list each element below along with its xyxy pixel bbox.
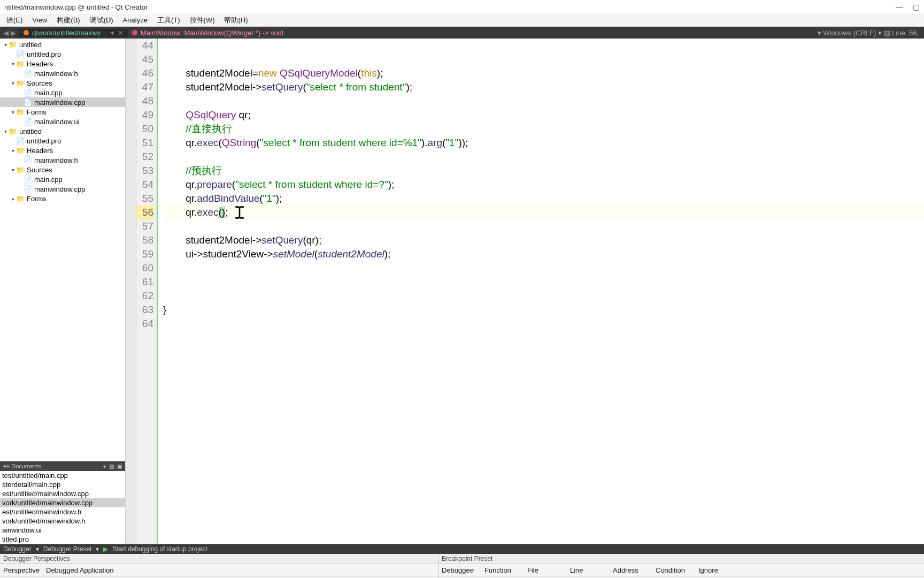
- tree-item[interactable]: ▸📁Forms: [0, 194, 125, 203]
- code-line[interactable]: [163, 39, 924, 52]
- perspectives-header: Debugger Perspectives: [0, 554, 438, 564]
- split-icon[interactable]: ▥: [884, 29, 890, 37]
- code-line[interactable]: qr.addBindValue("1");: [163, 192, 924, 206]
- chevron-icon[interactable]: ▾: [2, 42, 9, 48]
- dropdown-icon[interactable]: ▾: [818, 29, 821, 37]
- editor-file-tab[interactable]: qtwork/untitled/mainwi… ▾ ✕: [19, 29, 128, 37]
- open-doc-item[interactable]: est/untitled/mainwindow.cpp: [0, 489, 125, 498]
- tree-item[interactable]: ▾📁Headers: [0, 146, 125, 155]
- dropdown-icon[interactable]: ▾: [878, 29, 882, 37]
- dropdown-icon[interactable]: ▾: [111, 29, 114, 37]
- code-line[interactable]: //直接执行: [163, 122, 924, 136]
- code-editor[interactable]: student2Model=new QSqlQueryModel(this); …: [158, 39, 924, 544]
- code-line[interactable]: }: [163, 303, 924, 317]
- menu-item[interactable]: 构建(B): [52, 14, 84, 26]
- chevron-icon[interactable]: ▾: [2, 128, 9, 134]
- chevron-icon[interactable]: ▾: [10, 80, 16, 86]
- project-sidebar: ▾📁untitled📄untitled.pro▾📁Headers📄mainwin…: [0, 39, 126, 544]
- tree-item[interactable]: 📄main.cpp: [0, 174, 125, 184]
- code-line[interactable]: [163, 275, 924, 289]
- code-line[interactable]: [163, 150, 924, 164]
- menu-item[interactable]: Analyze: [119, 15, 152, 25]
- code-line[interactable]: qr.prepare("select * from student where …: [163, 178, 924, 192]
- code-line[interactable]: [163, 289, 924, 303]
- tree-item[interactable]: ▾📁untitled: [0, 40, 125, 49]
- tree-item[interactable]: 📄untitled.pro: [0, 49, 125, 59]
- file-icon: 📁: [16, 147, 25, 155]
- menu-item[interactable]: 辑(E): [2, 14, 27, 26]
- chevron-icon[interactable]: ▸: [10, 196, 16, 202]
- close-tab-icon[interactable]: ✕: [118, 29, 124, 37]
- code-line[interactable]: //预执行: [163, 164, 924, 178]
- code-line[interactable]: student2Model->setQuery("select * from s…: [163, 80, 924, 94]
- menu-item[interactable]: 工具(T): [153, 14, 184, 26]
- code-line[interactable]: [163, 219, 924, 233]
- breakpoint-header: Breakpoint Preset: [438, 554, 924, 564]
- code-line[interactable]: [163, 94, 924, 108]
- tree-item-label: main.cpp: [34, 176, 63, 184]
- dropdown-icon[interactable]: ▾: [96, 545, 99, 553]
- open-doc-item[interactable]: ainwindow.ui: [0, 526, 125, 535]
- nav-back-icon[interactable]: ◀: [3, 29, 9, 37]
- tree-item[interactable]: 📄mainwindow.h: [0, 155, 125, 165]
- nav-fwd-icon[interactable]: ▶: [11, 29, 16, 37]
- open-doc-item[interactable]: test/untitled/main.cpp: [0, 471, 125, 480]
- open-doc-item[interactable]: vork/untitled/mainwindow.cpp: [0, 498, 125, 507]
- tree-item-label: main.cpp: [34, 89, 63, 97]
- tree-item[interactable]: ▾📁untitled: [0, 126, 125, 136]
- debugger-preset[interactable]: Debugger Preset: [43, 545, 92, 553]
- menu-item[interactable]: 控件(W): [186, 14, 219, 26]
- tree-item[interactable]: 📄main.cpp: [0, 88, 125, 97]
- chevron-icon[interactable]: ▾: [10, 109, 16, 115]
- chevron-icon[interactable]: ▾: [10, 148, 16, 154]
- minimize-icon[interactable]: —: [896, 3, 903, 11]
- open-doc-item[interactable]: est/untitled/mainwindow.h: [0, 507, 125, 516]
- encoding-label[interactable]: Windows (CRLF): [823, 29, 876, 37]
- code-line[interactable]: QSqlQuery qr;: [163, 108, 924, 122]
- code-line[interactable]: student2Model->setQuery(qr);: [163, 233, 924, 247]
- tree-item-label: untitled.pro: [27, 50, 61, 58]
- chevron-icon[interactable]: ▾: [10, 167, 16, 173]
- file-icon: 📁: [16, 195, 25, 203]
- chevron-icon[interactable]: ▾: [10, 61, 16, 67]
- code-line[interactable]: [163, 52, 924, 66]
- split-icon[interactable]: ▥: [109, 463, 114, 469]
- debugger-label[interactable]: Debugger: [3, 545, 32, 553]
- menu-item[interactable]: 调试(D): [86, 14, 118, 26]
- tree-item[interactable]: ▾📁Forms: [0, 107, 125, 117]
- tree-item[interactable]: 📄mainwindow.ui: [0, 117, 125, 126]
- tree-item[interactable]: ▾📁Sources: [0, 165, 125, 174]
- code-line[interactable]: qr.exec(QString("select * from student w…: [163, 136, 924, 150]
- project-tree[interactable]: ▾📁untitled📄untitled.pro▾📁Headers📄mainwin…: [0, 39, 125, 461]
- dropdown-icon[interactable]: ▾: [103, 463, 106, 469]
- start-debugging-label[interactable]: Start debugging of startup project: [112, 545, 207, 553]
- open-doc-item[interactable]: sterdetail/main.cpp: [0, 480, 125, 489]
- code-line[interactable]: [163, 261, 924, 275]
- open-doc-item[interactable]: titled.pro: [0, 535, 125, 544]
- open-documents-list[interactable]: test/untitled/main.cppsterdetail/main.cp…: [0, 471, 125, 544]
- line-numbers: 4445464748495051525354555657585960616263…: [136, 39, 158, 544]
- tree-item[interactable]: ▾📁Headers: [0, 59, 125, 69]
- close-icon[interactable]: ▣: [117, 463, 122, 469]
- menubar: 辑(E)View构建(B)调试(D)Analyze工具(T)控件(W)帮助(H): [0, 14, 924, 27]
- breakpoint-col: Line: [570, 566, 613, 574]
- play-icon[interactable]: ▶: [103, 545, 108, 553]
- tree-item[interactable]: ▾📁Sources: [0, 78, 125, 88]
- tree-item[interactable]: 📄mainwindow.cpp: [0, 97, 125, 107]
- tree-item[interactable]: 📄mainwindow.cpp: [0, 184, 125, 194]
- linecol-label[interactable]: Line: 56,: [892, 29, 919, 37]
- code-line[interactable]: qr.exec();: [163, 206, 924, 219]
- maximize-icon[interactable]: ▢: [913, 3, 920, 11]
- symbol-selector[interactable]: MainWindow::MainWindow(QWidget *) -> voi…: [128, 29, 288, 37]
- dropdown-icon[interactable]: ▾: [36, 545, 39, 553]
- open-doc-item[interactable]: vork/untitled/mainwindow.h: [0, 516, 125, 526]
- menu-item[interactable]: View: [28, 15, 51, 25]
- code-line[interactable]: [163, 317, 924, 331]
- code-line[interactable]: ui->student2View->setModel(student2Model…: [163, 247, 924, 261]
- tree-item[interactable]: 📄untitled.pro: [0, 136, 125, 146]
- file-icon: 📄: [16, 50, 25, 58]
- tree-item[interactable]: 📄mainwindow.h: [0, 69, 125, 78]
- menu-item[interactable]: 帮助(H): [220, 14, 252, 26]
- window-title: ntitled/mainwindow.cpp @ untitled - Qt C…: [4, 3, 148, 11]
- code-line[interactable]: student2Model=new QSqlQueryModel(this);: [163, 66, 924, 80]
